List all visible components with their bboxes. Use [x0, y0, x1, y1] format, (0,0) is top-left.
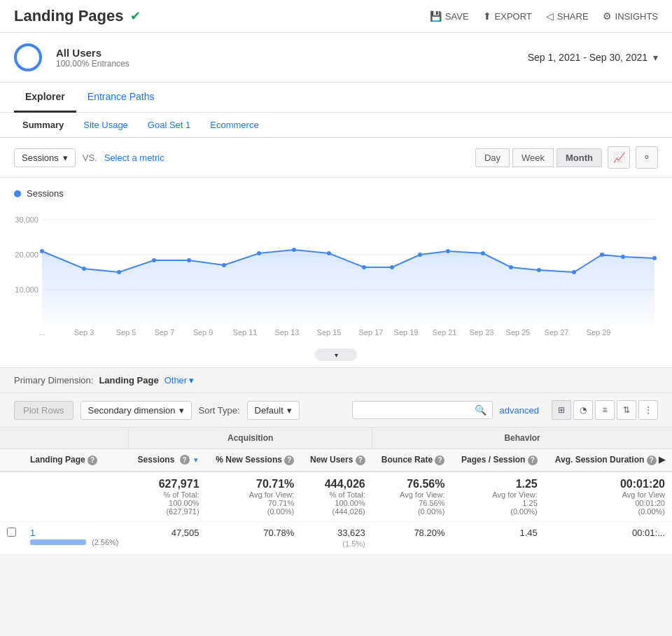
svg-point-27 [652, 256, 657, 260]
col-avg-duration: Avg. Session Duration ? ▶ [545, 449, 672, 472]
tab-entrance-paths[interactable]: Entrance Paths [76, 83, 166, 113]
save-button[interactable]: 💾 SAVE [430, 10, 469, 22]
total-sessions: 627,971 [136, 478, 200, 490]
sort-type-label: Sort Type: [199, 405, 240, 416]
more-view-btn[interactable]: ⋮ [638, 400, 658, 420]
segment-bar: All Users 100.00% Entrances Sep 1, 2021 … [0, 33, 672, 83]
sub-tabs-bar: Summary Site Usage Goal Set 1 Ecommerce [0, 113, 672, 138]
date-range[interactable]: Sep 1, 2021 - Sep 30, 2021 ▾ [528, 52, 658, 63]
svg-text:10,000: 10,000 [15, 285, 38, 294]
primary-dim-label: Primary Dimension: [14, 375, 93, 386]
metric-dropdown[interactable]: Sessions ▾ [14, 148, 76, 167]
svg-text:20,000: 20,000 [15, 250, 38, 259]
avg-duration-help-icon[interactable]: ? [647, 455, 657, 465]
svg-point-8 [40, 249, 44, 253]
sort-type-dropdown[interactable]: Default ▾ [247, 401, 300, 420]
week-btn[interactable]: Week [512, 148, 554, 167]
export-button[interactable]: ⬆ EXPORT [483, 10, 532, 22]
new-users-help-icon[interactable]: ? [356, 455, 365, 465]
total-duration: 00:01:20 [552, 478, 665, 490]
col-landing-page: Landing Page ? [23, 449, 129, 472]
svg-point-12 [187, 258, 191, 262]
col-pages-session: Pages / Session ? [451, 449, 544, 472]
svg-text:Sep 11: Sep 11 [233, 328, 258, 337]
search-input[interactable] [358, 405, 470, 416]
pages-session-help-icon[interactable]: ? [528, 455, 538, 465]
export-icon: ⬆ [483, 10, 491, 22]
tab-explorer[interactable]: Explorer [14, 83, 76, 113]
svg-text:Sep 15: Sep 15 [317, 328, 342, 337]
month-btn[interactable]: Month [556, 148, 602, 167]
svg-point-19 [418, 253, 422, 257]
list-view-btn[interactable]: ≡ [595, 400, 615, 420]
chart-controls-right: Day Week Month 📈 ⚬ [475, 146, 658, 169]
table-row: 1 (2.56%) 47,505 70.78% 33,623 (1.5%) 78… [0, 521, 672, 554]
top-bar-left: Landing Pages ✔ [14, 7, 141, 25]
svg-text:Sep 23: Sep 23 [470, 328, 494, 337]
pie-view-btn[interactable]: ◔ [573, 400, 593, 420]
sessions-help-icon[interactable]: ? [180, 455, 190, 465]
svg-text:Sep 9: Sep 9 [193, 328, 214, 337]
insights-button[interactable]: ⚙ INSIGHTS [603, 10, 658, 22]
chart-legend: Sessions [14, 188, 658, 199]
chart-container: 30,000 20,000 10,000 [14, 206, 658, 346]
svg-point-11 [152, 258, 156, 262]
svg-point-20 [446, 249, 450, 253]
sub-tab-goal-set[interactable]: Goal Set 1 [139, 113, 199, 137]
share-button[interactable]: ◁ SHARE [546, 10, 589, 22]
svg-text:...: ... [38, 328, 45, 337]
line-chart-icon: 📈 [613, 152, 625, 163]
table-view-btn[interactable]: ⊞ [552, 400, 571, 420]
svg-point-9 [82, 267, 86, 271]
primary-dim-active: Landing Page [99, 375, 158, 386]
svg-point-17 [362, 265, 366, 269]
verified-icon: ✔ [130, 8, 141, 24]
sub-tab-site-usage[interactable]: Site Usage [75, 113, 136, 137]
bounce-rate-help-icon[interactable]: ? [435, 455, 444, 465]
row-checkbox[interactable] [7, 528, 16, 537]
select-metric-link[interactable]: Select a metric [104, 153, 164, 163]
date-range-arrow-icon: ▾ [653, 52, 658, 63]
secondary-dim-dropdown-icon: ▾ [179, 405, 184, 416]
svg-point-23 [537, 268, 541, 272]
svg-text:Sep 25: Sep 25 [506, 328, 531, 337]
sessions-sort-icon[interactable]: ▼ [192, 456, 200, 464]
new-sessions-help-icon[interactable]: ? [284, 455, 294, 465]
avg-duration-expand-icon[interactable]: ▶ [659, 455, 665, 465]
svg-point-18 [390, 265, 394, 269]
advanced-link[interactable]: advanced [500, 405, 539, 416]
primary-dim-other[interactable]: Other ▾ [164, 375, 195, 386]
segment-name: All Users [56, 47, 514, 59]
sub-tab-ecommerce[interactable]: Ecommerce [202, 113, 267, 137]
svg-point-14 [257, 251, 261, 255]
day-btn[interactable]: Day [475, 148, 510, 167]
totals-row: 627,971 % of Total: 100.00% (627,971) 70… [0, 472, 672, 522]
search-box: 🔍 [352, 401, 493, 419]
pivot-view-btn[interactable]: ⇅ [617, 400, 636, 420]
save-icon: 💾 [430, 10, 442, 22]
svg-text:Sep 17: Sep 17 [359, 328, 384, 337]
row-new-sessions-pct: 70.78% [206, 521, 302, 554]
chart-controls: Sessions ▾ VS. Select a metric Day Week … [0, 138, 672, 178]
col-bounce-rate: Bounce Rate ? [372, 449, 452, 472]
data-table: Acquisition Behavior Landing Page ? Sess… [0, 427, 672, 555]
secondary-dim-dropdown[interactable]: Secondary dimension ▾ [80, 401, 192, 420]
line-chart-btn[interactable]: 📈 [608, 146, 630, 169]
chart-area: Sessions 30,000 20,000 10,000 [0, 178, 672, 368]
landing-page-help-icon[interactable]: ? [88, 455, 97, 465]
svg-point-16 [327, 251, 331, 255]
row-duration: 00:01:... [545, 521, 672, 554]
view-icons: ⊞ ◔ ≡ ⇅ ⋮ [552, 400, 658, 420]
svg-text:30,000: 30,000 [15, 215, 38, 224]
row-bounce-rate: 78.20% [372, 521, 452, 554]
segment-circle [14, 43, 42, 71]
row-page-link: 1 (2.56%) [23, 521, 129, 554]
svg-text:Sep 5: Sep 5 [116, 328, 136, 337]
search-icon[interactable]: 🔍 [475, 404, 486, 416]
svg-point-15 [292, 248, 296, 252]
scatter-chart-btn[interactable]: ⚬ [636, 146, 658, 169]
sub-tab-summary[interactable]: Summary [14, 113, 72, 137]
row-sessions: 47,505 [129, 521, 206, 554]
segment-info: All Users 100.00% Entrances [56, 47, 514, 69]
collapse-chart-btn[interactable]: ▾ [315, 348, 357, 361]
